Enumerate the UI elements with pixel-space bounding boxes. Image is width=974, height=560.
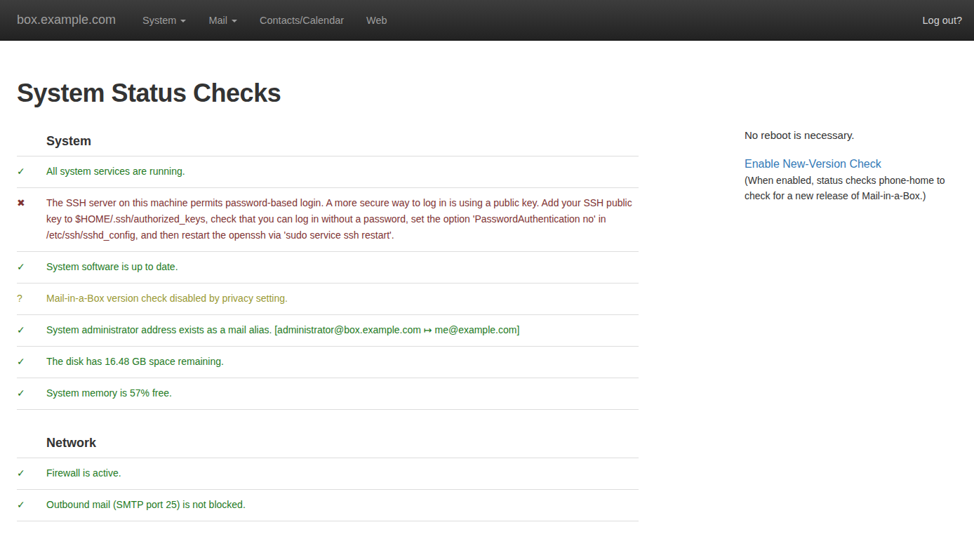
status-text: Firewall is active.	[46, 458, 639, 490]
status-icon-cell: ✓	[17, 490, 46, 521]
brand-link[interactable]: box.example.com	[17, 13, 116, 27]
status-row: ✓The disk has 16.48 GB space remaining.	[17, 347, 639, 378]
nav-item-system[interactable]: System	[131, 1, 197, 39]
caret-down-icon	[232, 20, 237, 22]
status-row: ?Mail-in-a-Box version check disabled by…	[17, 284, 639, 315]
nav-item-label: Web	[366, 15, 387, 26]
status-icon-cell: ✓	[17, 156, 46, 188]
status-checks-panel: System✓All system services are running.✖…	[17, 108, 639, 521]
nav-item-web[interactable]: Web	[355, 1, 399, 39]
content-columns: System✓All system services are running.✖…	[17, 108, 974, 521]
status-text: The disk has 16.48 GB space remaining.	[46, 347, 639, 378]
status-row: ✓Firewall is active.	[17, 458, 639, 490]
status-row: ✓System software is up to date.	[17, 252, 639, 284]
status-icon-cell: ✖	[17, 188, 46, 252]
nav-item-label: Contacts/Calendar	[260, 15, 344, 26]
check-icon: ✓	[17, 324, 25, 335]
sidebar-panel: No reboot is necessary. Enable New-Versi…	[745, 108, 967, 204]
status-text: System administrator address exists as a…	[46, 315, 639, 347]
status-icon-cell: ✓	[17, 347, 46, 378]
status-checks-table-body: System✓All system services are running.✖…	[17, 108, 639, 521]
check-icon: ✓	[17, 499, 25, 510]
status-text: Mail-in-a-Box version check disabled by …	[46, 284, 639, 315]
status-checks-table: System✓All system services are running.✖…	[17, 108, 639, 521]
enable-new-version-check-note: (When enabled, status checks phone-home …	[745, 173, 967, 204]
section-heading: Network	[17, 410, 639, 458]
x-icon: ✖	[17, 197, 25, 208]
nav-item-contacts-calendar[interactable]: Contacts/Calendar	[248, 1, 355, 39]
status-text: Outbound mail (SMTP port 25) is not bloc…	[46, 490, 639, 521]
section-heading-row: Network	[17, 410, 639, 458]
question-icon: ?	[17, 293, 22, 304]
enable-new-version-check-link[interactable]: Enable New-Version Check	[745, 158, 881, 171]
status-text: All system services are running.	[46, 156, 639, 188]
status-icon-cell: ?	[17, 284, 46, 315]
caret-down-icon	[180, 20, 186, 22]
status-row: ✓All system services are running.	[17, 156, 639, 188]
status-icon-cell: ✓	[17, 378, 46, 410]
top-navbar: box.example.com System Mail Contacts/Cal…	[0, 0, 974, 41]
status-text: System memory is 57% free.	[46, 378, 639, 410]
status-icon-cell: ✓	[17, 315, 46, 347]
page-content: System Status Checks System✓All system s…	[0, 79, 974, 521]
nav-item-label: System	[142, 15, 176, 26]
check-icon: ✓	[17, 356, 25, 367]
status-row: ✖The SSH server on this machine permits …	[17, 188, 639, 252]
page-title: System Status Checks	[17, 79, 974, 108]
check-icon: ✓	[17, 467, 25, 479]
logout-link[interactable]: Log out?	[923, 1, 962, 39]
nav-item-mail[interactable]: Mail	[197, 1, 248, 39]
status-row: ✓Outbound mail (SMTP port 25) is not blo…	[17, 490, 639, 521]
status-text: The SSH server on this machine permits p…	[46, 188, 639, 252]
check-icon: ✓	[17, 261, 25, 272]
check-icon: ✓	[17, 387, 25, 399]
status-icon-cell: ✓	[17, 252, 46, 284]
nav-item-label: Mail	[208, 15, 227, 26]
status-text: System software is up to date.	[46, 252, 639, 284]
reboot-status-text: No reboot is necessary.	[745, 129, 967, 141]
status-row: ✓System administrator address exists as …	[17, 315, 639, 347]
section-heading-row: System	[17, 108, 639, 156]
status-row: ✓System memory is 57% free.	[17, 378, 639, 410]
nav-links: System Mail Contacts/Calendar Web	[131, 1, 399, 39]
status-icon-cell: ✓	[17, 458, 46, 490]
check-icon: ✓	[17, 166, 25, 177]
section-heading: System	[17, 108, 639, 156]
